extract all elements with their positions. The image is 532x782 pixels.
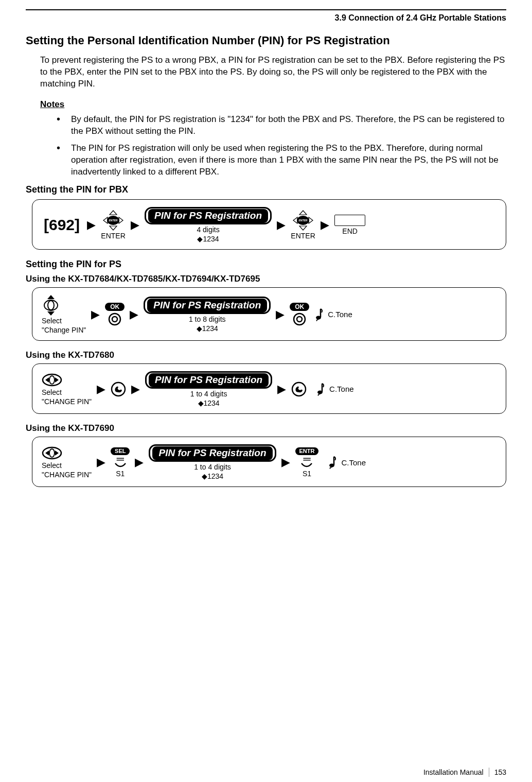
select-line1: Select bbox=[42, 461, 62, 470]
svg-point-15 bbox=[48, 301, 54, 310]
svg-point-33 bbox=[49, 449, 55, 457]
svg-marker-9 bbox=[309, 217, 313, 223]
sel-softkey-step: SEL ═ S1 bbox=[111, 447, 130, 478]
models-3-heading: Using the KX-TD7690 bbox=[26, 423, 506, 433]
ctone-step: C.Tone bbox=[328, 456, 366, 469]
arrow-icon: ▶ bbox=[276, 309, 285, 320]
pin-pill: PIN for PS Registration bbox=[144, 297, 271, 314]
entr-softkey-step: ENTR ═ S1 bbox=[295, 447, 319, 478]
pin-pill-step: PIN for PS Registration 1 to 4 digits ◆1… bbox=[149, 444, 276, 480]
arrow-icon: ▶ bbox=[277, 384, 286, 395]
note-item: By default, the PIN for PS registration … bbox=[57, 114, 506, 137]
pin-pill: PIN for PS Registration bbox=[145, 371, 272, 389]
svg-point-19 bbox=[297, 317, 302, 322]
arrow-icon: ▶ bbox=[130, 309, 138, 320]
digits-label: 1 to 8 digits bbox=[189, 315, 226, 323]
models-2-heading: Using the KX-TD7680 bbox=[26, 350, 506, 360]
svg-marker-13 bbox=[47, 311, 55, 316]
pbx-flow: [692] ▶ ENTER ENTER ▶ PIN f bbox=[32, 199, 506, 250]
pin-pill: PIN for PS Registration bbox=[149, 444, 276, 462]
svg-marker-1 bbox=[110, 226, 117, 230]
pin-pill-step: PIN for PS Registration 1 to 8 digits ◆1… bbox=[144, 297, 271, 333]
svg-marker-7 bbox=[299, 226, 307, 230]
models-1-heading: Using the KX-TD7684/KX-TD7685/KX-TD7694/… bbox=[26, 274, 506, 284]
intro-paragraph: To prevent registering the PS to a wrong… bbox=[40, 55, 506, 90]
svg-point-26 bbox=[112, 383, 125, 396]
ps-flow-3: Select "CHANGE PIN" ▶ SEL ═ S1 ▶ PIN for… bbox=[32, 437, 506, 487]
ctone-step: C.Tone bbox=[314, 308, 352, 321]
note-item: The PIN for PS registration will only be… bbox=[57, 143, 506, 178]
ctone-label: C.Tone bbox=[328, 310, 352, 319]
talk-key-icon bbox=[291, 381, 307, 397]
svg-marker-24 bbox=[55, 377, 59, 383]
svg-point-16 bbox=[109, 314, 120, 325]
end-label: END bbox=[342, 227, 358, 235]
arrow-icon: ▶ bbox=[321, 219, 329, 231]
svg-point-17 bbox=[112, 317, 117, 322]
default-label: ◆1234 bbox=[197, 324, 218, 333]
select-step: Select "CHANGE PIN" bbox=[42, 373, 92, 406]
svg-point-18 bbox=[294, 314, 305, 325]
ctone-step: C.Tone bbox=[316, 383, 354, 396]
select-line1: Select bbox=[42, 317, 62, 325]
svg-marker-6 bbox=[299, 211, 307, 215]
top-rule bbox=[26, 9, 506, 10]
select-step: Select "Change PIN" bbox=[42, 295, 86, 334]
svg-point-27 bbox=[292, 383, 306, 396]
notes-heading: Notes bbox=[40, 99, 506, 110]
page-footer: Installation Manual 153 bbox=[423, 768, 506, 777]
end-step: END bbox=[334, 215, 365, 235]
svg-marker-23 bbox=[45, 377, 49, 383]
note-icon bbox=[328, 456, 337, 469]
nav-enter-key-icon: ENTER bbox=[291, 210, 315, 231]
arrow-icon: ▶ bbox=[97, 384, 105, 395]
arrow-icon: ▶ bbox=[97, 457, 105, 468]
note-icon bbox=[316, 383, 325, 396]
select-line2: "CHANGE PIN" bbox=[42, 471, 92, 479]
ok-lozenge: OK bbox=[105, 303, 125, 311]
left-right-key-icon bbox=[42, 373, 62, 387]
nav-enter-key-icon: ENTER bbox=[101, 210, 126, 231]
ok-ring-icon bbox=[292, 312, 307, 326]
arrow-icon: ▶ bbox=[131, 384, 140, 395]
select-line1: Select bbox=[42, 388, 62, 396]
ctone-label: C.Tone bbox=[329, 385, 354, 393]
talk-step-2 bbox=[291, 381, 307, 397]
svg-marker-8 bbox=[293, 217, 297, 223]
arrow-icon: ▶ bbox=[91, 309, 100, 320]
softkey-lines-icon: ═ bbox=[303, 456, 310, 462]
svg-marker-31 bbox=[45, 450, 49, 456]
note-icon bbox=[314, 308, 324, 321]
ok-step: OK bbox=[105, 303, 125, 326]
pin-pill: PIN for PS Registration bbox=[145, 207, 272, 224]
softkey-lines-icon: ═ bbox=[117, 456, 124, 462]
svg-text:ENTER: ENTER bbox=[109, 219, 118, 222]
default-label: ◆1234 bbox=[198, 399, 220, 407]
arrow-icon: ▶ bbox=[135, 457, 144, 468]
footer-divider bbox=[489, 768, 489, 777]
ok-ring-icon bbox=[108, 312, 122, 326]
select-line2: "Change PIN" bbox=[42, 326, 86, 334]
section-header: 3.9 Connection of 2.4 GHz Portable Stati… bbox=[26, 13, 506, 23]
notes-list: By default, the PIN for PS registration … bbox=[57, 114, 506, 178]
s1-label: S1 bbox=[116, 470, 125, 478]
program-code: [692] bbox=[42, 216, 82, 234]
softkey-base-icon bbox=[300, 462, 313, 468]
default-label: ◆1234 bbox=[197, 235, 219, 243]
digits-label: 4 digits bbox=[197, 225, 219, 234]
select-line2: "CHANGE PIN" bbox=[42, 397, 92, 406]
pin-pill-label: PIN for PS Registration bbox=[147, 299, 267, 312]
s1-label: S1 bbox=[303, 470, 311, 478]
svg-point-14 bbox=[44, 300, 58, 310]
footer-manual: Installation Manual bbox=[423, 768, 484, 776]
ps-flow-2: Select "CHANGE PIN" ▶ ▶ PIN for PS Regis… bbox=[32, 363, 506, 414]
pin-pill-label: PIN for PS Registration bbox=[148, 209, 268, 223]
digits-label: 1 to 4 digits bbox=[190, 390, 227, 398]
ps-heading: Setting the PIN for PS bbox=[26, 259, 506, 270]
ok-step-2: OK bbox=[290, 303, 309, 326]
svg-marker-3 bbox=[119, 217, 123, 223]
pin-pill-label: PIN for PS Registration bbox=[152, 446, 272, 460]
ok-lozenge: OK bbox=[290, 303, 309, 311]
left-right-key-icon bbox=[42, 446, 62, 460]
footer-page: 153 bbox=[494, 768, 506, 776]
